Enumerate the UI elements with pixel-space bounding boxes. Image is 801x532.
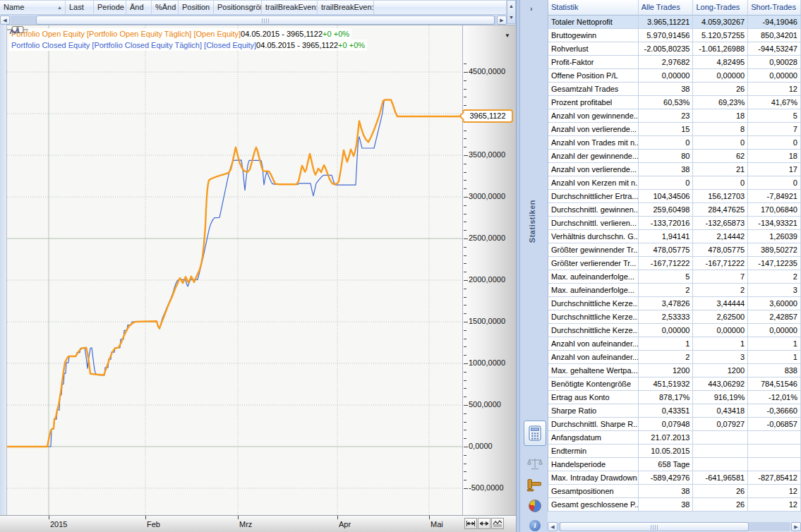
scrollbar-track[interactable] [11, 16, 496, 25]
scroll-down-icon[interactable]: ▼ [507, 12, 515, 23]
stats-row[interactable]: Durchschnittliche Kerze...0,000000,00000… [548, 324, 801, 337]
stats-row[interactable]: Anzahl von Kerzen mit n...000 [548, 176, 801, 190]
info-button[interactable]: i [526, 518, 543, 532]
stats-row[interactable]: Anzahl von Trades mit n...000 [548, 136, 801, 150]
stats-row[interactable]: Anzahl der gewinnende...806218 [548, 150, 801, 163]
stats-row[interactable]: Durchschnittliche Kerze...2,533332,62500… [548, 310, 801, 324]
stats-row[interactable]: Anfangsdatum21.07.2013 [548, 431, 801, 445]
legend-series-value: 04.05.2015 - 3965,1122 [241, 30, 323, 38]
stats-column-header[interactable]: Statistik [548, 0, 639, 16]
stats-row[interactable]: Max. aufeinanderfolge...572 [548, 270, 801, 284]
stats-cell: 3 [748, 284, 801, 297]
column-header[interactable]: trailBreakEven:TSS [318, 1, 374, 14]
allocation-chart-button[interactable] [526, 498, 543, 514]
statistics-view-button[interactable] [524, 421, 546, 446]
legend-open-equity[interactable]: Portfolio Open Equity [Portfolio Open Eq… [9, 28, 351, 40]
column-header[interactable]: Name▲ [0, 1, 66, 14]
scroll-up-icon[interactable]: ▲ [507, 1, 515, 12]
stats-row[interactable]: Durchschnittliche Kerze...3,478263,44444… [548, 297, 801, 310]
y-axis-tick [464, 397, 466, 397]
column-header[interactable]: trailBreakEven:TSL [262, 1, 318, 14]
tab-statistiken[interactable]: Statistiken [528, 200, 536, 243]
column-header[interactable]: Periode [94, 1, 126, 14]
stats-row[interactable]: Totaler Nettoprofit3.965,112214.059,3026… [548, 16, 801, 29]
stats-cell: -94,19046 [748, 16, 801, 29]
scrollbar-thumb[interactable] [560, 522, 749, 531]
trades-list-button[interactable] [526, 477, 543, 492]
stats-cell: 3,47826 [639, 297, 694, 310]
y-axis-tick [464, 305, 466, 306]
scroll-right-icon[interactable]: ▶ [497, 16, 507, 25]
stats-cell: 0,00000 [748, 324, 801, 337]
trade-balance-button[interactable] [526, 456, 543, 471]
stats-cell: 26 [693, 498, 748, 512]
zoom-horizontal-button[interactable] [478, 518, 490, 529]
fit-chart-button[interactable] [491, 518, 504, 529]
stats-row[interactable]: Durchschnittl. Sharpe R...0,079480,07927… [548, 418, 801, 431]
stats-row[interactable]: Gesamtzahl Trades382612 [548, 83, 801, 96]
stats-cell: Profit-Faktor [548, 56, 639, 69]
stats-row[interactable]: Anzahl von gewinnende...23185 [548, 109, 801, 123]
stats-cell: 0 [639, 176, 694, 190]
stats-cell: 38 [639, 163, 694, 176]
stats-row[interactable]: Anzahl von aufeinander...111 [548, 337, 801, 351]
stats-cell: Prozent profitabel [548, 96, 639, 109]
stats-row[interactable]: Endtermin10.05.2015 [548, 445, 801, 458]
zoom-extent-button[interactable] [464, 518, 477, 529]
stats-row[interactable]: Größter gewinnender Tr...478,05775478,05… [548, 243, 801, 257]
stats-column-header[interactable]: Long-Trades [693, 0, 748, 16]
stats-cell: 0 [639, 136, 694, 150]
collapse-panel-icon[interactable]: › [530, 4, 540, 14]
stats-row[interactable]: Durchschnittlicher Ertra...104,34506156,… [548, 190, 801, 203]
stats-row[interactable]: Anzahl von verlierende...382117 [548, 163, 801, 176]
pie-chart-icon [529, 500, 541, 512]
stats-cell: 1 [748, 351, 801, 364]
stats-row[interactable]: Max. aufeinanderfolge...223 [548, 284, 801, 297]
stats-row[interactable]: Ertrag aus Konto878,17%916,19%-12,01% [548, 391, 801, 404]
scrollbar-thumb[interactable] [36, 16, 495, 25]
equity-chart-plot[interactable]: Portfolio Open Equity [Portfolio Open Eq… [7, 25, 463, 515]
y-axis[interactable]: ▼ 3965,1122 4500,00004000,00003500,00003… [463, 25, 516, 515]
stats-cell: 1200 [639, 364, 694, 377]
stats-row[interactable]: Max. Intraday Drawdown-589,42976-641,965… [548, 471, 801, 485]
stats-cell: Max. Intraday Drawdown [548, 471, 639, 485]
stats-row[interactable]: Benötigte Kontengröße451,51932443,062927… [548, 377, 801, 391]
stats-row[interactable]: Offene Position P/L0,000000,000000,00000 [548, 69, 801, 83]
stats-row[interactable]: Sharpe Ratio0,433510,43418-0,36660 [548, 404, 801, 418]
column-header[interactable]: Position [179, 1, 214, 14]
x-axis[interactable]: 2015FebMrzAprMai [0, 515, 516, 532]
watchlist-hscrollbar[interactable]: ◀ ▶ [0, 15, 507, 25]
scroll-right-icon[interactable]: ▶ [791, 522, 801, 531]
stats-row[interactable]: Bruttogewinn5.970,914565.120,57255850,34… [548, 29, 801, 42]
stats-row[interactable]: Max. gehaltene Wertpa...12001200838 [548, 364, 801, 377]
scroll-left-icon[interactable]: ◀ [548, 522, 558, 531]
scroll-left-icon[interactable]: ◀ [0, 16, 10, 25]
stats-row[interactable]: Gesamtpositionen382612 [548, 485, 801, 498]
chart-link-tool-icon[interactable] [7, 25, 28, 34]
stats-row[interactable]: Anzahl von aufeinander...231 [548, 351, 801, 364]
column-header[interactable]: %Änd [152, 1, 179, 14]
stats-cell: 2 [639, 351, 694, 364]
column-header[interactable]: Positionsgröße [214, 1, 262, 14]
stats-row[interactable]: Rohverlust-2.005,80235-1.061,26988-944,5… [548, 42, 801, 56]
stats-row[interactable]: Verhältnis durchschn. G...1,941412,14442… [548, 230, 801, 243]
scrollbar-track[interactable] [558, 522, 790, 531]
axis-menu-dropdown-icon[interactable]: ▼ [505, 32, 510, 39]
column-header[interactable]: Last [66, 1, 94, 14]
column-header[interactable]: Änd [126, 1, 152, 14]
stats-column-header[interactable]: Alle Trades [639, 0, 694, 16]
stats-row[interactable]: Handelsperiode658 Tage [548, 458, 801, 471]
stats-row[interactable]: Prozent profitabel60,53%69,23%41,67% [548, 96, 801, 109]
stats-row[interactable]: Durchschnittl. gewinnen...259,60498284,4… [548, 203, 801, 217]
stats-column-header[interactable]: Short-Trades [748, 0, 801, 16]
stats-row[interactable]: Gesamt geschlossene P...382612 [548, 498, 801, 512]
stats-hscrollbar[interactable]: ◀ ▶ [548, 521, 801, 532]
stats-cell: 878,17% [639, 391, 694, 404]
legend-closed-equity[interactable]: Portfolio Closed Equity [Portfolio Close… [9, 40, 367, 51]
y-axis-tick [464, 422, 466, 423]
y-axis-tick [464, 247, 466, 248]
stats-row[interactable]: Profit-Faktor2,976824,824950,90028 [548, 56, 801, 69]
stats-row[interactable]: Durchschnittl. verlieren...-133,72016-13… [548, 217, 801, 230]
stats-row[interactable]: Anzahl von verlierende...1587 [548, 123, 801, 136]
stats-row[interactable]: Größter verlierender Tr...-167,71222-167… [548, 257, 801, 270]
